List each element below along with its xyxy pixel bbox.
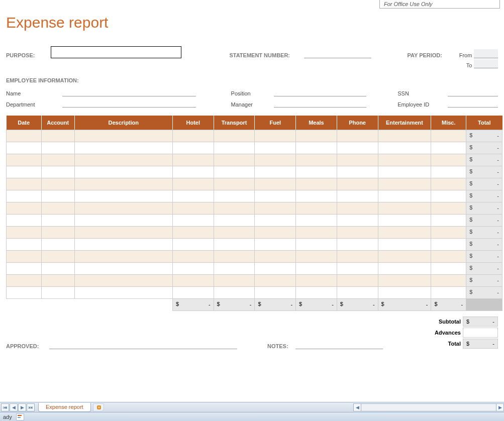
ssn-input[interactable]: [448, 87, 498, 96]
table-cell[interactable]: [337, 214, 378, 226]
table-cell[interactable]: [41, 202, 74, 214]
table-cell[interactable]: [214, 178, 255, 190]
tab-nav-next[interactable]: ▶: [18, 403, 26, 411]
table-cell[interactable]: [255, 190, 296, 202]
table-cell[interactable]: [378, 274, 431, 286]
table-cell[interactable]: [337, 286, 378, 298]
table-cell[interactable]: [214, 274, 255, 286]
table-cell[interactable]: [378, 226, 431, 238]
table-cell[interactable]: [378, 190, 431, 202]
statement-number-input[interactable]: [304, 49, 371, 58]
table-cell[interactable]: [255, 226, 296, 238]
table-cell[interactable]: [172, 226, 214, 238]
table-cell[interactable]: [296, 178, 337, 190]
table-cell[interactable]: [431, 214, 466, 226]
table-cell[interactable]: [431, 274, 466, 286]
table-cell[interactable]: [7, 226, 42, 238]
table-cell[interactable]: [7, 154, 42, 166]
table-cell[interactable]: [41, 238, 74, 250]
table-cell[interactable]: [74, 190, 172, 202]
table-cell[interactable]: [431, 190, 466, 202]
table-cell[interactable]: [41, 166, 74, 178]
table-cell[interactable]: [337, 190, 378, 202]
table-cell[interactable]: [172, 262, 214, 274]
table-cell[interactable]: [378, 262, 431, 274]
table-cell[interactable]: [337, 250, 378, 262]
table-cell[interactable]: [337, 154, 378, 166]
table-cell[interactable]: [255, 286, 296, 298]
table-cell[interactable]: [172, 190, 214, 202]
table-cell[interactable]: [41, 142, 74, 154]
table-cell[interactable]: [255, 154, 296, 166]
table-cell[interactable]: [378, 166, 431, 178]
table-cell[interactable]: [41, 130, 74, 142]
table-cell[interactable]: [74, 262, 172, 274]
table-cell[interactable]: [74, 286, 172, 298]
new-sheet-button[interactable]: [93, 403, 104, 411]
table-cell[interactable]: [255, 214, 296, 226]
table-cell[interactable]: [337, 226, 378, 238]
table-cell[interactable]: [296, 142, 337, 154]
table-cell[interactable]: [41, 214, 74, 226]
advances-input[interactable]: [463, 328, 498, 338]
table-cell[interactable]: [378, 178, 431, 190]
table-cell[interactable]: [41, 250, 74, 262]
table-cell[interactable]: [296, 190, 337, 202]
table-cell[interactable]: [431, 142, 466, 154]
table-cell[interactable]: [431, 238, 466, 250]
table-cell[interactable]: [255, 262, 296, 274]
table-cell[interactable]: [7, 130, 42, 142]
table-cell[interactable]: [41, 286, 74, 298]
table-cell[interactable]: [337, 178, 378, 190]
pay-period-from-input[interactable]: [474, 49, 498, 58]
table-cell[interactable]: [172, 214, 214, 226]
table-cell[interactable]: [296, 166, 337, 178]
table-cell[interactable]: [7, 166, 42, 178]
hscroll-right[interactable]: ▶: [496, 403, 504, 411]
name-input[interactable]: [62, 87, 196, 96]
table-cell[interactable]: [7, 202, 42, 214]
table-cell[interactable]: [74, 274, 172, 286]
table-cell[interactable]: [74, 202, 172, 214]
table-cell[interactable]: [431, 178, 466, 190]
hscroll-left[interactable]: ◀: [353, 403, 361, 411]
table-cell[interactable]: [378, 286, 431, 298]
table-cell[interactable]: [74, 178, 172, 190]
table-cell[interactable]: [337, 262, 378, 274]
table-cell[interactable]: [74, 226, 172, 238]
table-cell[interactable]: [296, 154, 337, 166]
table-cell[interactable]: [255, 130, 296, 142]
position-input[interactable]: [274, 87, 366, 96]
table-cell[interactable]: [378, 142, 431, 154]
table-cell[interactable]: [74, 142, 172, 154]
table-cell[interactable]: [378, 250, 431, 262]
table-cell[interactable]: [214, 202, 255, 214]
table-cell[interactable]: [337, 274, 378, 286]
table-cell[interactable]: [296, 262, 337, 274]
approved-input[interactable]: [49, 340, 237, 349]
table-cell[interactable]: [214, 130, 255, 142]
notes-input[interactable]: [295, 340, 383, 349]
table-cell[interactable]: [7, 238, 42, 250]
table-cell[interactable]: [378, 214, 431, 226]
table-cell[interactable]: [41, 262, 74, 274]
table-cell[interactable]: [41, 154, 74, 166]
tab-nav-first[interactable]: ⏮: [1, 403, 9, 411]
tab-nav-prev[interactable]: ◀: [10, 403, 18, 411]
table-cell[interactable]: [296, 286, 337, 298]
hscroll-track[interactable]: [361, 403, 496, 411]
table-cell[interactable]: [337, 130, 378, 142]
table-cell[interactable]: [7, 262, 42, 274]
table-cell[interactable]: [74, 130, 172, 142]
macro-record-icon[interactable]: [16, 413, 24, 420]
table-cell[interactable]: [172, 274, 214, 286]
pay-period-to-input[interactable]: [474, 59, 498, 68]
department-input[interactable]: [62, 98, 196, 108]
table-cell[interactable]: [214, 226, 255, 238]
table-cell[interactable]: [172, 202, 214, 214]
table-cell[interactable]: [431, 250, 466, 262]
table-cell[interactable]: [296, 130, 337, 142]
table-cell[interactable]: [172, 130, 214, 142]
table-cell[interactable]: [172, 142, 214, 154]
table-cell[interactable]: [255, 166, 296, 178]
